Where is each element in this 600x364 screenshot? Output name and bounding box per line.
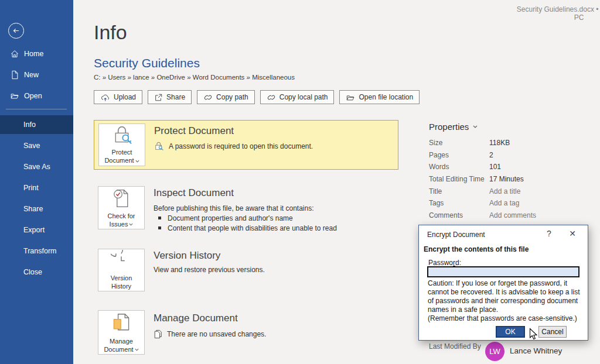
mouse-cursor bbox=[529, 328, 538, 341]
lock-key-small-icon bbox=[154, 142, 164, 151]
inspect-document-icon bbox=[111, 188, 132, 209]
properties-panel: Properties Size118KB Pages2 Words101 Tot… bbox=[429, 120, 596, 221]
protect-document-button[interactable]: Protect Document bbox=[98, 123, 145, 166]
add-title-field[interactable]: Add a title bbox=[489, 187, 520, 195]
section-intro: Before publishing this file, be aware th… bbox=[154, 204, 314, 212]
manage-document-icon bbox=[111, 312, 132, 334]
section-description: View and restore previous versions. bbox=[154, 266, 265, 274]
section-title: Inspect Document bbox=[154, 187, 234, 199]
page-title: Info bbox=[94, 21, 127, 44]
list-item: Document properties and author's name bbox=[158, 214, 337, 224]
tile-label: Check for Issues bbox=[100, 212, 142, 228]
unsaved-pages-icon bbox=[154, 329, 162, 339]
chevron-down-icon bbox=[135, 348, 139, 351]
sidebar-item-save-as[interactable]: Save As bbox=[0, 157, 73, 176]
tile-label: Manage Document bbox=[100, 337, 142, 353]
protect-document-section: Protect Document Protect Document A pass… bbox=[94, 120, 398, 170]
sidebar-item-new[interactable]: New bbox=[0, 64, 73, 85]
person-name: Lance Whitney bbox=[510, 346, 562, 355]
sidebar-item-label: Home bbox=[24, 50, 43, 58]
sidebar-item-export[interactable]: Export bbox=[0, 221, 73, 239]
cancel-button[interactable]: Cancel bbox=[538, 326, 567, 338]
square-bullet-icon bbox=[158, 217, 161, 219]
add-comments-field[interactable]: Add comments bbox=[489, 211, 536, 219]
open-folder-icon bbox=[10, 91, 19, 101]
password-label: Password: bbox=[428, 259, 461, 267]
chevron-down-icon bbox=[129, 223, 133, 226]
properties-title: Properties bbox=[429, 122, 469, 132]
document-title: Security Guidelines bbox=[94, 56, 200, 70]
backstage-sidebar: Home New Open Info Save Save As Print Sh… bbox=[0, 0, 73, 364]
button-label: Copy path bbox=[216, 93, 248, 101]
document-path: C: » Users » lance » OneDrive » Word Doc… bbox=[94, 74, 295, 81]
share-button[interactable]: Share bbox=[148, 90, 192, 104]
open-file-location-button[interactable]: Open file location bbox=[339, 90, 420, 104]
sidebar-item-share[interactable]: Share bbox=[0, 200, 73, 218]
document-status: Security Guidelines.docx • Saved to this… bbox=[512, 5, 600, 22]
list-item: Content that people with disabilities ar… bbox=[158, 224, 337, 234]
section-title: Version History bbox=[154, 250, 220, 262]
sidebar-item-open[interactable]: Open bbox=[0, 85, 73, 107]
caution-text: Caution: If you lose or forget the passw… bbox=[428, 279, 582, 323]
new-document-icon bbox=[10, 70, 19, 80]
button-label: Share bbox=[166, 93, 185, 101]
sidebar-item-label: Open bbox=[24, 92, 42, 100]
share-icon bbox=[154, 93, 163, 102]
chevron-down-icon bbox=[135, 160, 139, 163]
section-description: There are no unsaved changes. bbox=[167, 330, 266, 338]
property-row-editing-time: Total Editing Time17 Minutes bbox=[429, 173, 596, 186]
property-row-tags: TagsAdd a tag bbox=[429, 197, 596, 210]
sidebar-item-save[interactable]: Save bbox=[0, 136, 73, 155]
dialog-title: Encrypt Document bbox=[427, 231, 485, 239]
cloud-upload-icon bbox=[100, 93, 110, 102]
link-icon bbox=[203, 93, 213, 102]
properties-header[interactable]: Properties bbox=[429, 120, 596, 133]
version-history-icon bbox=[111, 250, 132, 271]
inspect-document-section: Check for Issues Inspect Document Before… bbox=[94, 184, 398, 233]
close-icon[interactable] bbox=[567, 228, 578, 239]
version-history-button[interactable]: Version History bbox=[98, 249, 145, 291]
password-input[interactable] bbox=[427, 266, 579, 277]
add-tag-field[interactable]: Add a tag bbox=[489, 199, 519, 207]
sidebar-item-print[interactable]: Print bbox=[0, 178, 73, 197]
link-icon bbox=[267, 93, 276, 102]
sidebar-item-info[interactable]: Info bbox=[0, 115, 73, 134]
check-for-issues-button[interactable]: Check for Issues bbox=[98, 186, 145, 229]
avatar[interactable]: LW bbox=[485, 342, 504, 361]
manage-document-button[interactable]: Manage Document bbox=[98, 310, 145, 355]
file-toolbar: Upload Share Copy path Copy local path O… bbox=[94, 90, 420, 104]
property-row-title: TitleAdd a title bbox=[429, 185, 596, 197]
last-modified-row: Last Modified By LW Lance Whitney bbox=[429, 340, 596, 363]
home-icon bbox=[10, 49, 19, 59]
sidebar-divider bbox=[6, 109, 67, 109]
upload-button[interactable]: Upload bbox=[94, 90, 142, 104]
sidebar-item-close[interactable]: Close bbox=[0, 263, 73, 281]
last-modified-label: Last Modified By bbox=[429, 342, 481, 351]
version-history-section: Version History Version History View and… bbox=[94, 249, 398, 293]
property-row-comments: CommentsAdd comments bbox=[429, 210, 596, 222]
encrypt-document-dialog: Encrypt Document Encrypt the contents of… bbox=[418, 225, 588, 341]
tile-label: Version History bbox=[100, 274, 142, 290]
section-description: A password is required to open this docu… bbox=[169, 142, 313, 150]
property-row-size: Size118KB bbox=[429, 137, 596, 149]
button-label: Upload bbox=[114, 93, 136, 101]
help-icon[interactable] bbox=[543, 228, 555, 239]
property-row-pages: Pages2 bbox=[429, 149, 596, 162]
folder-icon bbox=[346, 93, 355, 102]
lock-key-icon bbox=[111, 125, 132, 145]
sidebar-item-home[interactable]: Home bbox=[0, 43, 73, 64]
sidebar-item-transform[interactable]: Transform bbox=[0, 242, 73, 260]
sidebar-item-label: New bbox=[24, 71, 39, 79]
section-title: Protect Document bbox=[154, 125, 234, 137]
tile-label: Protect Document bbox=[101, 148, 143, 164]
property-row-words: Words101 bbox=[429, 161, 596, 173]
copy-local-path-button[interactable]: Copy local path bbox=[260, 90, 335, 104]
button-label: Open file location bbox=[359, 93, 413, 101]
dialog-heading: Encrypt the contents of this file bbox=[424, 245, 529, 253]
square-bullet-icon bbox=[158, 226, 161, 229]
copy-path-button[interactable]: Copy path bbox=[197, 90, 255, 104]
back-button[interactable] bbox=[8, 23, 24, 39]
back-arrow-icon bbox=[12, 26, 21, 35]
ok-button[interactable]: OK bbox=[496, 326, 525, 338]
section-title: Manage Document bbox=[154, 313, 238, 324]
